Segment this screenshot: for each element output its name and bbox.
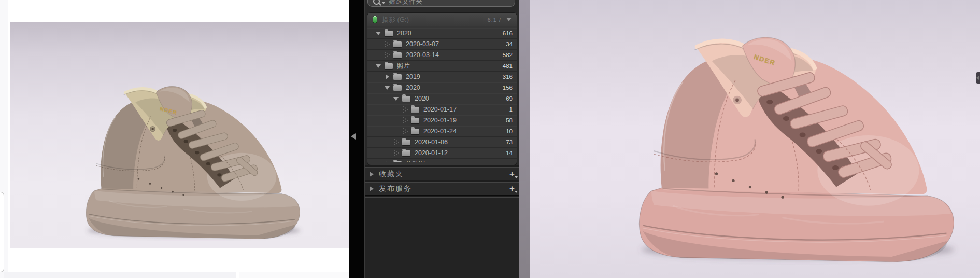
- folder-expander-open[interactable]: [384, 82, 390, 93]
- left-edge-flyout[interactable]: [0, 192, 4, 272]
- folder-row[interactable]: 修改图9: [367, 159, 517, 162]
- folder-icon: [411, 118, 419, 123]
- folder-tree: 20206162020-03-07342020-03-14582照片481201…: [367, 26, 517, 162]
- folder-icon: [402, 150, 410, 156]
- folder-label: 2020-01-19: [423, 117, 506, 124]
- folder-row[interactable]: 2020-01-2410: [367, 126, 517, 137]
- folder-expander-open[interactable]: [393, 93, 399, 104]
- collections-section-header[interactable]: 收藏夹 +: [365, 168, 519, 180]
- folder-icon: [393, 52, 402, 58]
- chevron-right-icon[interactable]: [370, 186, 374, 191]
- volume-name: 摄影 (G:): [382, 15, 488, 24]
- folder-count: 14: [506, 150, 513, 156]
- folder-count: 582: [503, 52, 513, 58]
- lightroom-left-panel: 筛选文件夹 摄影 (G:) 6.1 / 20206162020-03-07342…: [364, 0, 519, 278]
- search-options-caret-icon[interactable]: [382, 2, 385, 4]
- folder-count: 58: [506, 117, 513, 123]
- partial-thumbnail[interactable]: [239, 272, 349, 278]
- folder-filter-search[interactable]: 筛选文件夹: [367, 0, 515, 7]
- plus-icon[interactable]: +: [509, 171, 515, 178]
- chevron-right-icon[interactable]: [370, 172, 374, 177]
- folder-count: 481: [503, 63, 513, 69]
- folder-label: 2020: [415, 95, 506, 102]
- section-label: 收藏夹: [379, 170, 509, 179]
- folder-row[interactable]: 照片481: [367, 61, 517, 72]
- folder-row[interactable]: 2020616: [367, 28, 517, 39]
- right-panel-collapse-arrow[interactable]: [976, 72, 980, 84]
- folder-label: 2020-01-24: [423, 128, 506, 135]
- folder-expander-open[interactable]: [375, 28, 381, 38]
- window-gap: [349, 0, 364, 278]
- folder-count: 9: [509, 161, 513, 162]
- volume-usage: 6.1 /: [488, 17, 501, 23]
- folder-row[interactable]: 2020-01-171: [367, 104, 517, 115]
- folder-label: 2020: [397, 30, 503, 37]
- left-app-region: NDER: [0, 0, 349, 278]
- panel-collapse-arrow-icon[interactable]: [351, 133, 356, 140]
- folder-row[interactable]: 2020-01-1958: [367, 115, 517, 126]
- folder-count: 616: [503, 30, 513, 36]
- folder-row[interactable]: 2020-03-0734: [367, 39, 517, 50]
- folder-label: 照片: [397, 62, 503, 71]
- volume-header[interactable]: 摄影 (G:) 6.1 /: [367, 13, 517, 26]
- panel-empty-area: [365, 198, 519, 278]
- folder-expander-leaf: [393, 148, 399, 158]
- folder-icon: [393, 41, 402, 47]
- folder-expander-leaf: [402, 126, 408, 136]
- volume-browser: 摄影 (G:) 6.1 / 20206162020-03-07342020-03…: [367, 12, 517, 165]
- volume-status-led-icon: [373, 16, 377, 23]
- folder-label: 修改图: [406, 160, 509, 162]
- folder-expander-leaf: [402, 104, 408, 115]
- loupe-gutter: [519, 0, 530, 278]
- chevron-down-icon[interactable]: [506, 18, 512, 21]
- folder-icon: [393, 85, 402, 91]
- folder-count: 316: [503, 74, 513, 80]
- folder-icon: [411, 129, 419, 134]
- folder-label: 2020-01-06: [415, 138, 506, 146]
- folder-label: 2020-01-17: [423, 106, 509, 113]
- folder-expander-leaf: [384, 39, 390, 49]
- folder-count: 1: [509, 106, 513, 113]
- folder-expander-leaf: [402, 115, 408, 126]
- search-placeholder: 筛选文件夹: [389, 0, 422, 5]
- folder-label: 2020-03-07: [406, 40, 506, 48]
- folder-label: 2020-03-14: [406, 51, 503, 59]
- section-label: 发布服务: [379, 184, 509, 193]
- panel-divider: [365, 165, 519, 168]
- beige-sneaker-image: [72, 76, 311, 241]
- folder-expander-closed[interactable]: [384, 72, 390, 82]
- folder-row[interactable]: 202069: [367, 93, 517, 104]
- folder-row[interactable]: 2020-03-14582: [367, 50, 517, 61]
- folder-count: 73: [506, 139, 513, 145]
- folder-icon: [393, 161, 402, 162]
- folder-icon: [393, 74, 402, 80]
- folder-count: 69: [506, 95, 513, 102]
- folder-icon: [385, 63, 393, 69]
- folder-icon: [402, 140, 410, 145]
- folder-row[interactable]: 2019316: [367, 72, 517, 82]
- folder-count: 156: [503, 85, 513, 91]
- folder-icon: [402, 96, 410, 102]
- folder-row[interactable]: 2020-01-0673: [367, 137, 517, 148]
- folder-expander-leaf: [393, 137, 399, 147]
- folder-expander-open[interactable]: [375, 61, 381, 71]
- beige-shoe-photo: NDER: [10, 22, 349, 248]
- folder-icon: [385, 31, 393, 36]
- publish-services-section-header[interactable]: 发布服务 +: [365, 183, 519, 194]
- pink-shoe-photo[interactable]: NDER: [530, 0, 980, 278]
- folder-icon: [411, 107, 419, 113]
- folder-label: 2020: [406, 84, 503, 91]
- folder-label: 2019: [406, 73, 503, 80]
- partial-thumbnail[interactable]: [4, 272, 236, 278]
- folder-expander-leaf: [384, 50, 390, 60]
- pink-sneaker-image: [618, 22, 970, 265]
- folder-expander-closed[interactable]: [384, 159, 390, 162]
- plus-icon[interactable]: +: [509, 185, 515, 192]
- app-root: NDER 筛选文件夹 摄影 (G:) 6.1 / 20206162020-03-…: [0, 0, 980, 278]
- folder-count: 34: [506, 41, 513, 47]
- search-icon: [373, 0, 380, 5]
- folder-count: 10: [506, 128, 513, 134]
- folder-row[interactable]: 2020156: [367, 82, 517, 93]
- folder-label: 2020-01-12: [415, 149, 506, 157]
- folder-row[interactable]: 2020-01-1214: [367, 148, 517, 159]
